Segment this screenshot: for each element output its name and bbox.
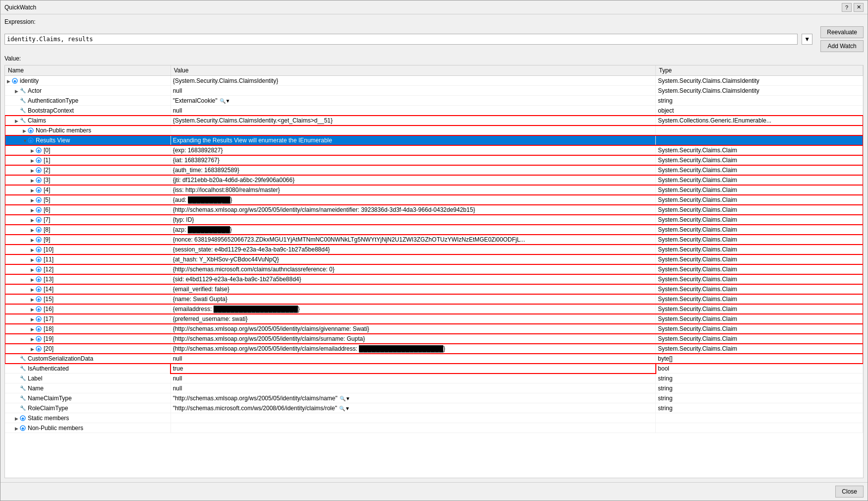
- cell-value: {emailaddress: ████████████████████}: [171, 304, 656, 314]
- table-row[interactable]: ▶◆[8]{azp: ██████████}System.Security.Cl…: [5, 225, 863, 235]
- table-row[interactable]: ▶◆[14]{email_verified: false}System.Secu…: [5, 284, 863, 294]
- expand-icon[interactable]: ▶: [31, 148, 36, 153]
- expand-icon[interactable]: ▶: [15, 426, 20, 431]
- table-row[interactable]: ▶◆[7]{typ: ID}System.Security.Claims.Cla…: [5, 215, 863, 225]
- window-close-button[interactable]: ✕: [854, 3, 864, 12]
- table-row[interactable]: ▶◆[16]{emailaddress: ███████████████████…: [5, 304, 863, 314]
- expand-icon[interactable]: ▶: [31, 347, 36, 352]
- table-row[interactable]: ▶◆[20]{http://schemas.xmlsoap.org/ws/200…: [5, 344, 863, 354]
- table-row[interactable]: ▶◆[10]{session_state: e4bd1129-e23a-4e3a…: [5, 245, 863, 254]
- help-button[interactable]: ?: [842, 3, 852, 12]
- expand-icon[interactable]: ▶: [31, 317, 36, 322]
- cell-type: System.Security.Claims.Claim: [656, 264, 863, 274]
- table-row[interactable]: ▶◆[13]{sid: e4bd1129-e23a-4e3a-ba9c-1b27…: [5, 274, 863, 284]
- expand-icon[interactable]: ▶: [23, 128, 28, 133]
- search-icon[interactable]: 🔍▼: [340, 396, 350, 401]
- reevaluate-button[interactable]: Reevaluate: [820, 26, 864, 38]
- cell-name: ▶◆[7]: [5, 215, 171, 225]
- table-row[interactable]: 🔧Labelnullstring: [5, 374, 863, 383]
- wrench-icon: 🔧: [20, 108, 27, 114]
- expand-icon[interactable]: ▶: [31, 228, 36, 233]
- table-row[interactable]: ▶🔧Claims{System.Security.Claims.ClaimsId…: [5, 116, 863, 125]
- expand-icon[interactable]: ▶: [31, 307, 36, 312]
- expression-label: Expression:: [4, 18, 864, 25]
- table-row[interactable]: ▶◆[5]{aud: ██████████}System.Security.Cl…: [5, 195, 863, 205]
- add-watch-button[interactable]: Add Watch: [820, 40, 864, 52]
- table-row[interactable]: ▶◆[12]{http://schemas.microsoft.com/clai…: [5, 264, 863, 274]
- table-row[interactable]: ▶◆Non-Public members: [5, 125, 863, 135]
- expand-icon[interactable]: ▶: [31, 218, 36, 223]
- expand-icon[interactable]: ▼: [23, 138, 28, 143]
- cell-type: System.Security.Claims.Claim: [656, 215, 863, 225]
- search-icon[interactable]: 🔍▼: [339, 406, 350, 411]
- table-row[interactable]: 🔧BootstrapContextnullobject: [5, 106, 863, 116]
- table-row[interactable]: ▶◆[3]{jti: df121ebb-b20a-4d6d-a6bc-29fe9…: [5, 175, 863, 185]
- circle-icon: ◆: [36, 247, 43, 252]
- expand-icon[interactable]: ▶: [31, 168, 36, 173]
- wrench-icon: 🔧: [20, 376, 27, 381]
- expand-icon[interactable]: ▶: [31, 248, 36, 252]
- table-row[interactable]: 🔧IsAuthenticatedtruebool: [5, 364, 863, 374]
- expand-icon[interactable]: ▶: [31, 238, 36, 243]
- table-row[interactable]: 🔧Namenullstring: [5, 383, 863, 393]
- cell-name-text: Name: [28, 385, 44, 392]
- table-row[interactable]: 🔧AuthenticationType"ExternalCookie"🔍▼str…: [5, 96, 863, 106]
- expand-icon[interactable]: ▶: [31, 287, 36, 292]
- cell-type: string: [656, 374, 863, 383]
- expand-icon[interactable]: ▶: [31, 198, 36, 203]
- expand-icon[interactable]: ▶: [31, 297, 36, 302]
- table-row[interactable]: 🔧CustomSerializationDatanullbyte[]: [5, 354, 863, 364]
- table-row[interactable]: 🔧RoleClaimType"http://schemas.microsoft.…: [5, 403, 863, 413]
- circle-icon: ◆: [28, 137, 35, 143]
- table-row[interactable]: 🔧NameClaimType"http://schemas.xmlsoap.or…: [5, 393, 863, 403]
- svg-text:◆: ◆: [29, 138, 33, 143]
- expand-icon[interactable]: ▶: [15, 89, 20, 94]
- table-row[interactable]: ▶◆[4]{iss: http://localhost:8080/realms/…: [5, 185, 863, 195]
- table-row[interactable]: ▶🔧ActornullSystem.Security.Claims.Claims…: [5, 86, 863, 96]
- table-row[interactable]: ▶◆[19]{http://schemas.xmlsoap.org/ws/200…: [5, 334, 863, 344]
- table-row[interactable]: ▶◆Non-Public members: [5, 423, 863, 433]
- svg-text:◆: ◆: [37, 208, 41, 212]
- table-container[interactable]: Name Value Type ▶◆identity{System.Securi…: [4, 65, 864, 478]
- expression-input[interactable]: [4, 34, 798, 45]
- cell-value: [171, 423, 656, 433]
- expand-icon[interactable]: ▶: [31, 158, 36, 163]
- expand-icon[interactable]: ▶: [31, 327, 36, 332]
- table-row[interactable]: ▶◆[6]{http://schemas.xmlsoap.org/ws/2005…: [5, 205, 863, 215]
- cell-value: {aud: ██████████}: [171, 195, 656, 205]
- table-row[interactable]: ▶◆Static members: [5, 413, 863, 423]
- search-icon[interactable]: 🔍▼: [220, 98, 231, 104]
- table-row[interactable]: ▶◆identity{System.Security.Claims.Claims…: [5, 76, 863, 86]
- table-row[interactable]: ▶◆[2]{auth_time: 1683892589}System.Secur…: [5, 165, 863, 175]
- table-row[interactable]: ▶◆[15]{name: Swati Gupta}System.Security…: [5, 294, 863, 304]
- table-row[interactable]: ▶◆[9]{nonce: 638194895652066723.ZDkxMGU1…: [5, 235, 863, 245]
- table-row[interactable]: ▶◆[18]{http://schemas.xmlsoap.org/ws/200…: [5, 324, 863, 334]
- expand-icon[interactable]: ▶: [31, 257, 36, 262]
- close-button[interactable]: Close: [835, 486, 864, 498]
- cell-value: {http://schemas.xmlsoap.org/ws/2005/05/i…: [171, 334, 656, 344]
- expand-icon[interactable]: ▶: [15, 416, 20, 421]
- cell-value: {email_verified: false}: [171, 284, 656, 294]
- table-row[interactable]: ▶◆[11]{at_hash: Y_XbHSov-yCBdoc44VuNpQ}S…: [5, 254, 863, 264]
- expand-icon[interactable]: ▶: [31, 178, 36, 183]
- expand-icon[interactable]: ▶: [31, 208, 36, 213]
- expand-icon[interactable]: ▶: [7, 79, 12, 84]
- svg-text:◆: ◆: [37, 158, 41, 163]
- col-header-type: Type: [656, 65, 863, 76]
- cell-name: ▶◆[17]: [5, 314, 171, 324]
- expression-dropdown[interactable]: ▼: [802, 34, 812, 45]
- expand-icon[interactable]: ▶: [15, 119, 20, 124]
- cell-name: ▶◆[1]: [5, 155, 171, 165]
- table-row[interactable]: ▶◆[1]{iat: 1683892767}System.Security.Cl…: [5, 155, 863, 165]
- table-row[interactable]: ▶◆[0]{exp: 1683892827}System.Security.Cl…: [5, 145, 863, 155]
- circle-icon: ◆: [36, 326, 43, 332]
- table-row[interactable]: ▶◆[17]{preferred_username: swati}System.…: [5, 314, 863, 324]
- svg-text:◆: ◆: [37, 248, 41, 252]
- circle-icon: ◆: [36, 266, 43, 272]
- table-row[interactable]: ▼◆Results ViewExpanding the Results View…: [5, 135, 863, 145]
- expand-icon[interactable]: ▶: [31, 277, 36, 282]
- expand-icon[interactable]: ▶: [31, 267, 36, 272]
- expand-icon[interactable]: ▶: [31, 337, 36, 342]
- cell-type: [656, 423, 863, 433]
- expand-icon[interactable]: ▶: [31, 188, 36, 193]
